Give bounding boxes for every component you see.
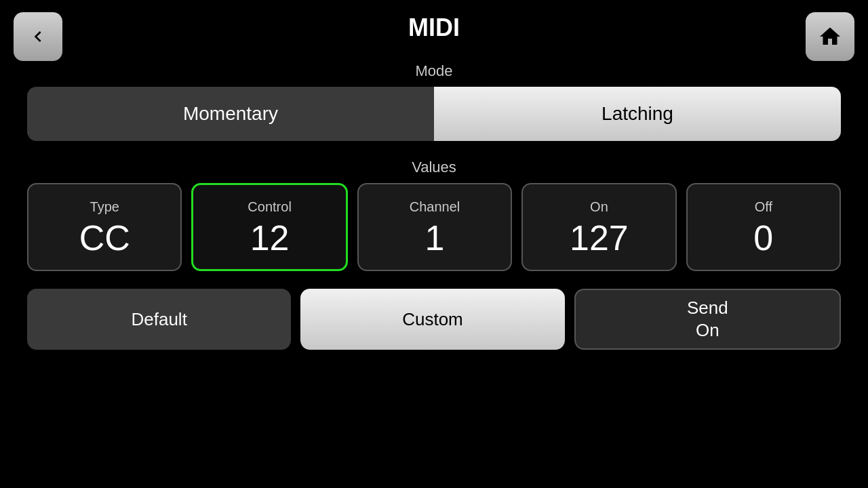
value-value-channel: 1 [425, 220, 445, 256]
value-value-off: 0 [753, 220, 773, 256]
value-label-off: Off [755, 199, 772, 215]
value-label-control: Control [248, 199, 291, 215]
value-card-channel[interactable]: Channel 1 [357, 183, 512, 271]
values-section: Values Type CC Control 12 Channel 1 On 1… [0, 148, 868, 278]
mode-btn-latching[interactable]: Latching [434, 87, 841, 141]
value-label-type: Type [90, 199, 119, 215]
value-label-channel: Channel [410, 199, 460, 215]
home-button[interactable] [806, 12, 854, 61]
send-on-line1: Send [687, 298, 728, 319]
send-on-line2: On [696, 320, 719, 341]
value-card-on[interactable]: On 127 [521, 183, 676, 271]
back-button[interactable] [14, 12, 62, 61]
value-label-on: On [590, 199, 608, 215]
mode-btn-momentary[interactable]: Momentary [27, 87, 434, 141]
mode-buttons: Momentary Latching [27, 87, 841, 141]
send-on-button[interactable]: Send On [574, 289, 841, 350]
mode-section: Mode Momentary Latching [0, 49, 868, 148]
value-value-on: 127 [570, 220, 629, 256]
back-icon [27, 26, 49, 47]
header: MIDI [0, 0, 868, 49]
value-card-control[interactable]: Control 12 [191, 183, 347, 271]
custom-button[interactable]: Custom [300, 289, 564, 350]
values-grid: Type CC Control 12 Channel 1 On 127 Off … [27, 183, 841, 271]
value-card-type[interactable]: Type CC [27, 183, 182, 271]
value-card-off[interactable]: Off 0 [686, 183, 841, 271]
page-title: MIDI [408, 14, 460, 42]
value-value-control: 12 [250, 220, 290, 256]
value-value-type: CC [79, 220, 130, 256]
default-button[interactable]: Default [27, 289, 291, 350]
home-icon [818, 24, 842, 49]
mode-label: Mode [27, 62, 841, 80]
bottom-buttons: Default Custom Send On [0, 278, 868, 357]
values-label: Values [27, 159, 841, 176]
